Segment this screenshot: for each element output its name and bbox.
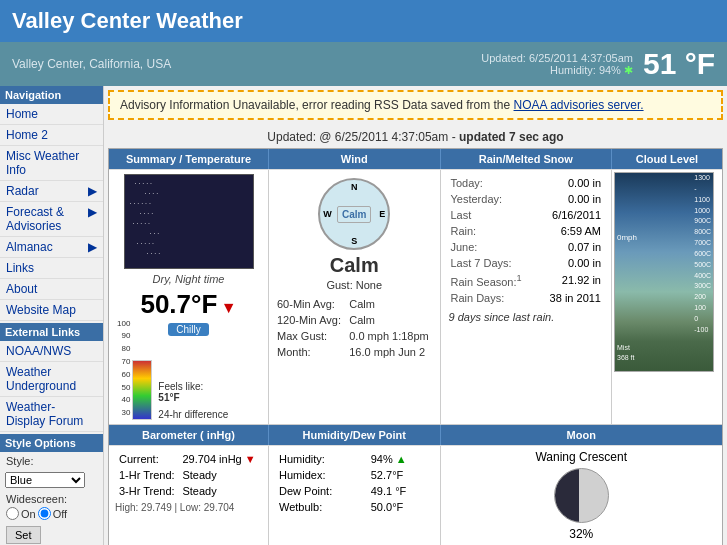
updated-ago: updated 7 sec ago (459, 130, 564, 144)
rain-table: Today: 0.00 in Yesterday: 0.00 in Last 6… (445, 174, 608, 307)
feels-like-block: Feels like: 51°F 24-hr difference (154, 381, 228, 420)
baro-current-label: Current: (117, 452, 178, 466)
night-image: · · · · · · · · · · · · · · · · · · · · … (124, 174, 254, 269)
last-rain-date: 6/16/2011 (538, 208, 605, 222)
cloud-ft-label: 368 ft (617, 354, 635, 361)
sidebar-item-home[interactable]: Home (0, 104, 103, 125)
summary-col: · · · · · · · · · · · · · · · · · · · · … (109, 170, 269, 424)
sidebar-item-almanac[interactable]: Almanac▶ (0, 237, 103, 258)
yesterday-rain-value: 0.00 in (538, 192, 605, 206)
calm-big: Calm (273, 254, 436, 277)
humidity-text: Humidity: 94% ✱ (481, 64, 633, 77)
moon-content: Waning Crescent 32% (441, 446, 723, 545)
avg120-label: 120-Min Avg: (275, 313, 345, 327)
avg60-label: 60-Min Avg: (275, 297, 345, 311)
baro-trend3-label: 3-Hr Trend: (117, 484, 178, 498)
june-rain-label: June: (447, 240, 536, 254)
gust-row: Gust: None (273, 279, 436, 291)
advisory-link[interactable]: NOAA advisories server. (514, 98, 644, 112)
sidebar-item-home2[interactable]: Home 2 (0, 125, 103, 146)
today-rain-label: Today: (447, 176, 536, 190)
season-rain-value: 21.92 in (538, 272, 605, 289)
summary-header: Summary / Temperature (109, 149, 269, 169)
month-wind-label: Month: (275, 345, 345, 359)
sub-header: Valley Center, California, USA Updated: … (0, 42, 727, 86)
sidebar-item-radar[interactable]: Radar▶ (0, 181, 103, 202)
widescreen-row: Widescreen: On Off (0, 490, 103, 523)
main-temperature: 51 °F (643, 47, 715, 81)
rain-days-label: Rain Days: (447, 291, 536, 305)
moon-dark-side (555, 469, 579, 522)
baro-hilo: High: 29.749 | Low: 29.704 (115, 500, 262, 513)
widescreen-on[interactable] (6, 507, 19, 520)
sidebar-item-links[interactable]: Links (0, 258, 103, 279)
rain-header: Rain/Melted Snow (441, 149, 613, 169)
baro-row-header: Barometer ( inHg) Humidity/Dew Point Moo… (109, 424, 722, 445)
widescreen-off[interactable] (38, 507, 51, 520)
since-rain: 9 days since last rain. (445, 307, 608, 327)
set-button[interactable]: Set (6, 526, 41, 544)
last7-rain-value: 0.00 in (538, 256, 605, 270)
baro-content: Current: 29.704 inHg ▼ 1-Hr Trend: Stead… (109, 446, 269, 545)
advisory-text: Advisory Information Unavailable, error … (120, 98, 514, 112)
sidebar-item-websitemap[interactable]: Website Map (0, 300, 103, 321)
dewpoint-label: Dew Point: (277, 484, 367, 498)
baro-current-value: 29.704 inHg ▼ (180, 452, 260, 466)
last-rain-label: Last (447, 208, 536, 222)
wind-stats-table: 60-Min Avg: Calm 120-Min Avg: Calm Max G… (273, 295, 436, 361)
moon-header: Moon (441, 425, 723, 445)
sidebar-item-misc[interactable]: Misc Weather Info (0, 146, 103, 181)
dewpoint-val: 49.1 °F (369, 484, 432, 498)
humidity-label: Humidity: (277, 452, 367, 466)
main-layout: Navigation Home Home 2 Misc Weather Info… (0, 86, 727, 545)
wetbulb-label: Wetbulb: (277, 500, 367, 514)
sidebar-item-wdisplay[interactable]: Weather-Display Forum (0, 397, 103, 432)
advisory-banner: Advisory Information Unavailable, error … (108, 90, 723, 120)
sidebar-item-about[interactable]: About (0, 279, 103, 300)
compass-e: E (379, 209, 385, 219)
avg60-value: Calm (347, 297, 433, 311)
rain-days-value: 38 in 2011 (538, 291, 605, 305)
humidex-label: Humidex: (277, 468, 367, 482)
maxgust-label: Max Gust: (275, 329, 345, 343)
style-select[interactable]: Blue Red Green (5, 472, 85, 488)
cloud-bottom-label: Mist (617, 344, 630, 351)
sidebar-item-wunderground[interactable]: Weather Underground (0, 362, 103, 397)
baro-row-body: Current: 29.704 inHg ▼ 1-Hr Trend: Stead… (109, 445, 722, 545)
temp-block: Updated: 6/25/2011 4:37:05am Humidity: 9… (481, 47, 715, 81)
updated-text: Updated: 6/25/2011 4:37:05am (481, 52, 633, 64)
app-title: Valley Center Weather (12, 8, 715, 34)
june-rain-value: 0.07 in (538, 240, 605, 254)
grid-body: · · · · · · · · · · · · · · · · · · · · … (109, 169, 722, 424)
wind-calm-center: Calm (337, 206, 371, 223)
style-label-row: Style: (0, 452, 103, 470)
humidity-dew-content: Humidity: 94% ▲ Humidex: 52.7°F Dew Poin… (269, 446, 441, 545)
rain-col: Today: 0.00 in Yesterday: 0.00 in Last 6… (441, 170, 613, 424)
cloud-mph-label: 0mph (617, 233, 637, 242)
maxgust-value: 0.0 mph 1:18pm (347, 329, 433, 343)
temp-scale: 10090807060504030 (117, 318, 130, 420)
season-rain-label: Rain Season:1 (447, 272, 536, 289)
compass-s: S (351, 236, 357, 246)
month-wind-value: 16.0 mph Jun 2 (347, 345, 433, 359)
temperature-display: 50.7°F ▼ (113, 289, 264, 320)
wetbulb-val: 50.0°F (369, 500, 432, 514)
content-area: Advisory Information Unavailable, error … (104, 86, 727, 545)
yesterday-rain-label: Yesterday: (447, 192, 536, 206)
cloud-header: Cloud Level (612, 149, 722, 169)
wind-col: N S E W Calm Calm Gust: None 60-Min Avg: (269, 170, 441, 424)
condition-badge: Chilly (113, 322, 264, 336)
temp-value: 50.7°F (140, 289, 217, 319)
cloud-col: 1300-11001000900C800C700C600C500C400C300… (612, 170, 722, 424)
temp-down-arrow: ▼ (221, 299, 237, 316)
baro-header: Barometer ( inHg) (109, 425, 269, 445)
humidity-dew-header: Humidity/Dew Point (269, 425, 441, 445)
night-label: Dry, Night time (113, 273, 264, 285)
external-section-header: External Links (0, 323, 103, 341)
sidebar-item-forecast[interactable]: Forecast &Advisories▶ (0, 202, 103, 237)
sidebar-item-noaa[interactable]: NOAA/NWS (0, 341, 103, 362)
location: Valley Center, California, USA (12, 57, 171, 71)
cloud-image: 1300-11001000900C800C700C600C500C400C300… (614, 172, 714, 372)
baro-down-arrow: ▼ (245, 453, 256, 465)
humidity-val: 94% ▲ (369, 452, 432, 466)
